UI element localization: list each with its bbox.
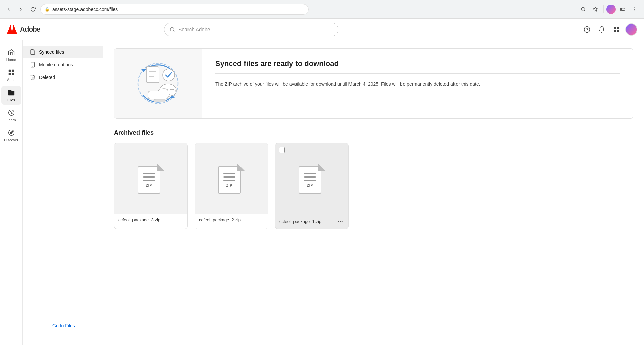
trash-icon: [30, 74, 36, 80]
svg-rect-19: [8, 73, 10, 75]
lock-icon: 🔒: [45, 7, 50, 12]
adobe-logo[interactable]: Adobe: [7, 24, 40, 35]
url-text: assets-stage.adobecc.com/files: [52, 7, 118, 12]
sidebar-label-learn: Learn: [6, 118, 16, 122]
file-preview-1: ZIP: [275, 143, 348, 214]
browser-actions: [578, 4, 640, 15]
file-checkbox[interactable]: [279, 147, 285, 153]
svg-line-10: [173, 31, 174, 32]
divider: [603, 5, 604, 13]
file-card-1[interactable]: ZIP ccfeol_package_1.zip: [275, 143, 349, 229]
synced-files-icon: [30, 49, 36, 55]
more-button[interactable]: [629, 4, 640, 15]
banner-content: Synced files are ready to download The Z…: [202, 49, 633, 118]
svg-rect-17: [8, 70, 10, 72]
sidebar-label-home: Home: [6, 58, 16, 62]
learn-icon: [7, 109, 15, 117]
sidebar-label-files: Files: [7, 98, 15, 102]
header-right: [581, 23, 637, 36]
refresh-button[interactable]: [28, 5, 38, 14]
home-icon: [7, 48, 15, 56]
bookmark-button[interactable]: [590, 4, 601, 15]
nav-mobile-creations-label: Mobile creations: [39, 62, 73, 67]
user-avatar[interactable]: [625, 23, 637, 36]
back-button[interactable]: [4, 5, 13, 14]
file-name-3: ccfeol_package_3.zip: [114, 214, 187, 226]
file-card-2[interactable]: ZIP ccfeol_package_2.zip: [195, 143, 268, 229]
files-sidebar: Synced files Mobile creations Deleted Go…: [23, 40, 103, 345]
adobe-logo-svg: [7, 24, 17, 35]
go-to-files-link[interactable]: Go to Files: [46, 320, 82, 332]
profile-avatar[interactable]: [606, 5, 616, 14]
browser-chrome: 🔒 assets-stage.adobecc.com/files: [0, 0, 644, 19]
sidebar-item-learn[interactable]: Learn: [1, 106, 21, 125]
zoom-button[interactable]: [578, 4, 589, 15]
svg-rect-16: [617, 30, 619, 32]
banner-divider: [215, 73, 620, 74]
svg-point-4: [634, 7, 635, 8]
file-more-button[interactable]: [336, 217, 344, 225]
adobe-logo-text: Adobe: [20, 25, 40, 33]
files-grid: ZIP ccfeol_package_3.zip: [114, 143, 633, 229]
svg-marker-28: [141, 69, 146, 72]
file-preview-2: ZIP: [195, 143, 268, 214]
nav-mobile-creations[interactable]: Mobile creations: [23, 58, 103, 71]
svg-rect-18: [12, 70, 14, 72]
file-name-1: ccfeol_package_1.zip: [275, 214, 348, 229]
search-icon: [170, 27, 175, 32]
svg-line-1: [584, 10, 585, 11]
adobe-header: Adobe: [0, 19, 644, 40]
nav-synced-files-label: Synced files: [39, 49, 64, 55]
search-input[interactable]: [178, 26, 333, 32]
files-icon: [7, 89, 15, 97]
sidebar-item-apps[interactable]: Apps: [1, 66, 21, 84]
banner-illustration: [114, 49, 202, 118]
file-card-3[interactable]: ZIP ccfeol_package_3.zip: [114, 143, 188, 229]
nav-synced-files[interactable]: Synced files: [23, 46, 103, 58]
banner-description: The ZIP archive of your files will be av…: [215, 80, 620, 88]
notifications-button[interactable]: [596, 23, 608, 36]
archived-section-title: Archived files: [114, 129, 633, 136]
discover-icon: [7, 129, 15, 137]
svg-marker-7: [12, 25, 17, 34]
file-name-2: ccfeol_package_2.zip: [195, 214, 268, 226]
svg-rect-30: [146, 67, 159, 83]
svg-marker-8: [7, 25, 12, 34]
main-layout: Home Apps Files Learn Discover: [0, 40, 644, 345]
sidebar-item-discover[interactable]: Discover: [1, 126, 21, 145]
sidebar-item-home[interactable]: Home: [1, 46, 21, 64]
nav-deleted-label: Deleted: [39, 75, 55, 80]
sidebar-label-discover: Discover: [4, 138, 18, 142]
sidebar-label-apps: Apps: [7, 78, 15, 82]
help-button[interactable]: [581, 23, 593, 36]
svg-rect-14: [617, 27, 619, 29]
mobile-creations-icon: [30, 62, 36, 68]
info-banner: Synced files are ready to download The Z…: [114, 48, 633, 119]
svg-rect-15: [614, 30, 616, 32]
svg-point-41: [342, 221, 343, 222]
svg-rect-20: [12, 73, 14, 75]
svg-point-39: [338, 221, 339, 222]
svg-point-5: [634, 9, 635, 10]
banner-title: Synced files are ready to download: [215, 59, 620, 68]
svg-rect-13: [614, 27, 616, 29]
address-bar[interactable]: 🔒 assets-stage.adobecc.com/files: [40, 4, 309, 15]
sidebar-item-files[interactable]: Files: [1, 86, 21, 105]
svg-marker-2: [593, 7, 597, 11]
sync-illustration-svg: [128, 57, 188, 110]
apps-icon: [7, 68, 15, 76]
main-content: Synced files are ready to download The Z…: [103, 40, 644, 345]
svg-point-9: [170, 27, 174, 31]
apps-grid-button[interactable]: [610, 23, 623, 36]
nav-deleted[interactable]: Deleted: [23, 71, 103, 84]
files-nav: Synced files Mobile creations Deleted: [23, 40, 103, 89]
svg-point-40: [340, 221, 341, 222]
file-preview-3: ZIP: [114, 143, 187, 214]
left-sidebar: Home Apps Files Learn Discover: [0, 40, 23, 345]
svg-point-6: [634, 10, 635, 11]
forward-button[interactable]: [16, 5, 25, 14]
svg-point-0: [581, 7, 585, 11]
extensions-button[interactable]: [617, 4, 628, 15]
header-search[interactable]: [164, 23, 338, 36]
svg-marker-24: [10, 131, 13, 134]
